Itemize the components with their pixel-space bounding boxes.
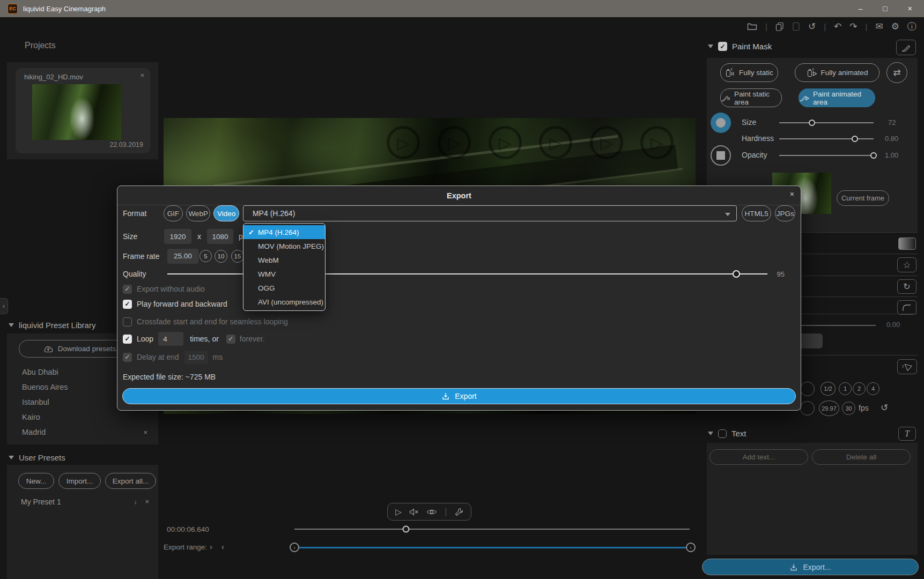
- paint-static-area-button[interactable]: Paint static area: [720, 88, 782, 107]
- text-section-header[interactable]: Text: [708, 429, 746, 438]
- rotate-button[interactable]: ↻: [897, 279, 916, 294]
- format-webp-button[interactable]: WebP: [186, 205, 211, 221]
- timeline-handle[interactable]: [403, 526, 410, 533]
- remove-preset-icon[interactable]: ×: [143, 428, 147, 436]
- framerate-10-button[interactable]: 10: [215, 250, 227, 263]
- preset-item[interactable]: Kairo: [7, 410, 158, 425]
- fps-reset-icon[interactable]: ↺: [881, 402, 888, 413]
- feedback-mail-icon[interactable]: ✉: [876, 21, 883, 32]
- export-range-track[interactable]: [294, 547, 691, 548]
- delete-all-text-button[interactable]: Delete all: [812, 449, 911, 465]
- quality-handle[interactable]: [733, 270, 740, 278]
- project-card[interactable]: hiking_02_HD.mov × 22.03.2019: [16, 68, 150, 153]
- brush-opacity-slider[interactable]: [779, 155, 874, 156]
- brush-opacity-handle[interactable]: [870, 152, 877, 159]
- delay-checkbox[interactable]: ✓: [123, 353, 132, 362]
- play-button[interactable]: ▷: [395, 507, 402, 517]
- range-start-chevron-icon[interactable]: ›: [210, 542, 212, 551]
- reset-icon[interactable]: ↺: [808, 21, 816, 32]
- tools-wrench-button[interactable]: [455, 508, 463, 516]
- minimize-button[interactable]: –: [859, 4, 863, 13]
- forward-backward-checkbox[interactable]: ✓: [123, 300, 132, 309]
- brush-hardness-handle[interactable]: [852, 136, 858, 142]
- paint-mask-checkbox[interactable]: ✓: [718, 42, 727, 51]
- mute-button[interactable]: [409, 508, 419, 516]
- settings-gear-icon[interactable]: ⚙: [891, 21, 899, 32]
- format-video-button[interactable]: Video: [213, 205, 239, 221]
- current-frame-button[interactable]: Current frame: [837, 190, 889, 206]
- fps-2997-button[interactable]: 29.97: [819, 400, 839, 416]
- apply-preset-icon[interactable]: ↓: [134, 498, 138, 506]
- info-icon[interactable]: ⓘ: [907, 20, 916, 33]
- loop-count-input[interactable]: 4: [158, 332, 183, 346]
- video-format-select[interactable]: MP4 (H.264): [243, 205, 737, 221]
- gradient-swatch-button[interactable]: [898, 237, 916, 250]
- delay-input[interactable]: 1500: [184, 351, 208, 364]
- dropdown-option-avi[interactable]: AVI (uncompressed): [243, 295, 325, 309]
- corner-radius-button[interactable]: [897, 300, 916, 315]
- brush-size-slider[interactable]: [779, 122, 874, 123]
- brush-shape-square-button[interactable]: [711, 145, 731, 166]
- user-presets-header[interactable]: User Presets: [9, 453, 65, 462]
- text-section-checkbox[interactable]: [718, 429, 727, 438]
- dropdown-option-ogg[interactable]: OGG: [243, 281, 325, 295]
- preset-item[interactable]: Madrid ×: [7, 425, 158, 440]
- motion-effect-button[interactable]: [897, 359, 917, 374]
- preview-eye-button[interactable]: [426, 508, 437, 516]
- fully-static-button[interactable]: Fully static: [720, 63, 778, 82]
- speed-preset-button[interactable]: [800, 382, 815, 396]
- range-end-chevron-icon[interactable]: ‹: [221, 542, 224, 551]
- open-folder-icon[interactable]: [747, 22, 757, 31]
- project-close-icon[interactable]: ×: [140, 71, 144, 79]
- paint-mask-tool-button[interactable]: [896, 40, 916, 55]
- height-input[interactable]: 1080: [207, 229, 233, 244]
- import-preset-button[interactable]: Import...: [58, 473, 101, 489]
- paint-mask-header[interactable]: ✓ Paint Mask: [708, 42, 772, 51]
- speed-2x-button[interactable]: 2: [853, 382, 866, 395]
- framerate-15-button[interactable]: 15: [231, 250, 244, 263]
- timeline-slider[interactable]: [294, 529, 690, 530]
- format-html5-button[interactable]: HTML5: [742, 205, 771, 221]
- export-confirm-button[interactable]: Export: [122, 388, 796, 404]
- dropdown-option-mov[interactable]: MOV (Motion JPEG): [243, 239, 325, 253]
- range-end-handle[interactable]: ‹: [686, 543, 696, 552]
- no-audio-checkbox[interactable]: ✓: [123, 285, 132, 294]
- speed-4x-button[interactable]: 4: [867, 382, 879, 395]
- new-preset-button[interactable]: New...: [18, 473, 54, 489]
- preset-library-header[interactable]: liquivid Preset Library: [9, 321, 95, 330]
- user-preset-row[interactable]: My Preset 1 ↓ ×: [7, 495, 158, 509]
- fps-30-button[interactable]: 30: [842, 402, 855, 415]
- crossfade-checkbox[interactable]: [123, 317, 132, 326]
- delete-preset-icon[interactable]: ×: [145, 498, 149, 506]
- range-start-handle[interactable]: ›: [290, 543, 299, 552]
- brush-shape-circle-button[interactable]: [711, 113, 731, 133]
- add-text-button[interactable]: Add text...: [709, 449, 808, 465]
- framerate-5-button[interactable]: 5: [199, 250, 212, 262]
- close-button[interactable]: ×: [908, 4, 912, 13]
- open-export-dialog-button[interactable]: Export...: [702, 559, 919, 575]
- fully-animated-button[interactable]: Fully animated: [795, 63, 879, 82]
- duplicate-icon[interactable]: [775, 22, 784, 31]
- brush-size-handle[interactable]: [809, 120, 815, 126]
- loop-forever-checkbox[interactable]: ✓: [226, 335, 235, 344]
- project-thumbnail[interactable]: [32, 84, 121, 140]
- swap-mask-button[interactable]: ⇄: [886, 62, 907, 83]
- redo-icon[interactable]: ↷: [849, 21, 857, 32]
- loop-checkbox[interactable]: ✓: [123, 335, 132, 344]
- maximize-button[interactable]: □: [883, 4, 887, 13]
- star-effect-button[interactable]: ☆: [897, 257, 916, 272]
- speed-1x-button[interactable]: 1: [839, 382, 852, 395]
- dropdown-option-webm[interactable]: WebM: [243, 253, 325, 267]
- undo-icon[interactable]: ↶: [834, 21, 841, 32]
- brush-hardness-slider[interactable]: [779, 138, 874, 139]
- framerate-input[interactable]: 25.00: [167, 249, 198, 264]
- fps-preset-button[interactable]: [800, 401, 815, 415]
- speed-half-button[interactable]: 1/2: [820, 382, 836, 396]
- format-jpgs-button[interactable]: JPGs: [775, 205, 795, 221]
- sidebar-collapse-handle[interactable]: ‹: [0, 298, 8, 314]
- paint-animated-area-button[interactable]: Paint animated area: [799, 88, 875, 107]
- dropdown-option-mp4[interactable]: ✓ MP4 (H.264): [243, 225, 325, 239]
- dropdown-option-wmv[interactable]: WMV: [243, 267, 325, 281]
- width-input[interactable]: 1920: [164, 229, 191, 244]
- dialog-close-icon[interactable]: ×: [790, 190, 794, 198]
